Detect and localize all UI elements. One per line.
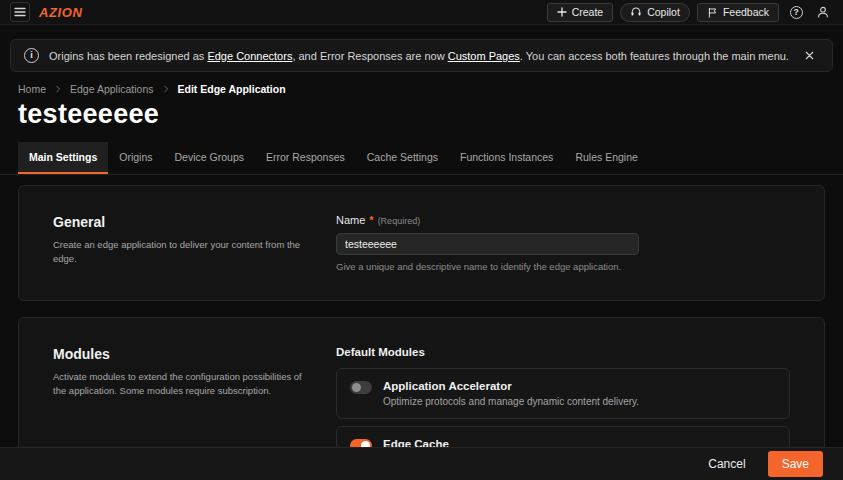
- banner-close-button[interactable]: [799, 46, 819, 66]
- action-bar: Cancel Save: [0, 447, 843, 480]
- tab-cache-settings[interactable]: Cache Settings: [356, 142, 449, 174]
- banner-text: . You can access both features through t…: [520, 50, 789, 62]
- general-title: General: [53, 214, 303, 230]
- tab-device-groups[interactable]: Device Groups: [164, 142, 255, 174]
- save-button[interactable]: Save: [768, 451, 823, 477]
- name-field-label: Name * (Required): [336, 214, 790, 226]
- custom-pages-link[interactable]: Custom Pages: [448, 50, 520, 62]
- name-helper-text: Give a unique and descriptive name to id…: [336, 261, 790, 272]
- tab-functions-instances[interactable]: Functions Instances: [449, 142, 564, 174]
- create-label: Create: [572, 6, 604, 18]
- breadcrumb: Home Edge Applications Edit Edge Applica…: [18, 83, 825, 95]
- module-description: Optimize protocols and manage dynamic co…: [383, 396, 639, 407]
- general-card: General Create an edge application to de…: [18, 185, 825, 301]
- page-title: testeeeeee: [18, 99, 825, 130]
- edge-connectors-link[interactable]: Edge Connectors: [207, 50, 292, 62]
- hamburger-icon: [14, 6, 26, 18]
- menu-button[interactable]: [10, 2, 30, 22]
- info-icon: i: [24, 48, 39, 63]
- feedback-flag-icon: [707, 7, 718, 18]
- create-button[interactable]: Create: [547, 3, 614, 22]
- default-modules-title: Default Modules: [336, 346, 790, 358]
- main-content: General Create an edge application to de…: [18, 185, 825, 480]
- breadcrumb-current: Edit Edge Application: [178, 83, 286, 95]
- modules-title: Modules: [53, 346, 303, 362]
- feedback-button[interactable]: Feedback: [697, 3, 779, 22]
- notification-banner: i Origins has been redesigned as Edge Co…: [10, 39, 833, 72]
- toggle-knob: [352, 383, 361, 392]
- azion-logo: AZION: [39, 5, 82, 20]
- banner-message: Origins has been redesigned as Edge Conn…: [49, 50, 789, 62]
- chevron-right-icon: [162, 85, 170, 93]
- tab-rules-engine[interactable]: Rules Engine: [564, 142, 648, 174]
- feedback-label: Feedback: [723, 6, 769, 18]
- application-accelerator-toggle[interactable]: [350, 381, 372, 394]
- plus-icon: [557, 7, 567, 17]
- copilot-button[interactable]: Copilot: [620, 3, 690, 22]
- breadcrumb-home[interactable]: Home: [18, 83, 46, 95]
- tab-origins[interactable]: Origins: [108, 142, 163, 174]
- module-name: Application Accelerator: [383, 380, 639, 392]
- topbar: AZION Create Copilot Feedback ?: [0, 0, 843, 25]
- banner-text: , and Error Responses are now: [292, 50, 447, 62]
- close-icon: [804, 50, 815, 61]
- user-icon: [816, 5, 830, 19]
- chevron-right-icon: [54, 85, 62, 93]
- tab-main-settings[interactable]: Main Settings: [18, 142, 108, 174]
- name-label: Name: [336, 214, 365, 226]
- cancel-button[interactable]: Cancel: [698, 452, 755, 476]
- required-hint: (Required): [378, 216, 421, 226]
- breadcrumb-edge-applications[interactable]: Edge Applications: [70, 83, 153, 95]
- module-text: Application Accelerator Optimize protoco…: [383, 380, 639, 407]
- module-application-accelerator: Application Accelerator Optimize protoco…: [336, 368, 790, 419]
- help-icon: ?: [790, 6, 803, 19]
- required-asterisk: *: [369, 214, 373, 226]
- topbar-actions: Create Copilot Feedback ?: [547, 2, 833, 22]
- copilot-icon: [630, 6, 642, 18]
- name-input[interactable]: [336, 233, 639, 255]
- general-card-form: Name * (Required) Give a unique and desc…: [336, 214, 790, 272]
- tab-bar: Main Settings Origins Device Groups Erro…: [0, 142, 843, 175]
- copilot-label: Copilot: [647, 6, 680, 18]
- general-description: Create an edge application to deliver yo…: [53, 238, 303, 267]
- modules-description: Activate modules to extend the configura…: [53, 370, 303, 399]
- account-button[interactable]: [813, 2, 833, 22]
- help-button[interactable]: ?: [786, 2, 806, 22]
- general-card-info: General Create an edge application to de…: [53, 214, 303, 272]
- banner-text: Origins has been redesigned as: [49, 50, 207, 62]
- tab-error-responses[interactable]: Error Responses: [255, 142, 356, 174]
